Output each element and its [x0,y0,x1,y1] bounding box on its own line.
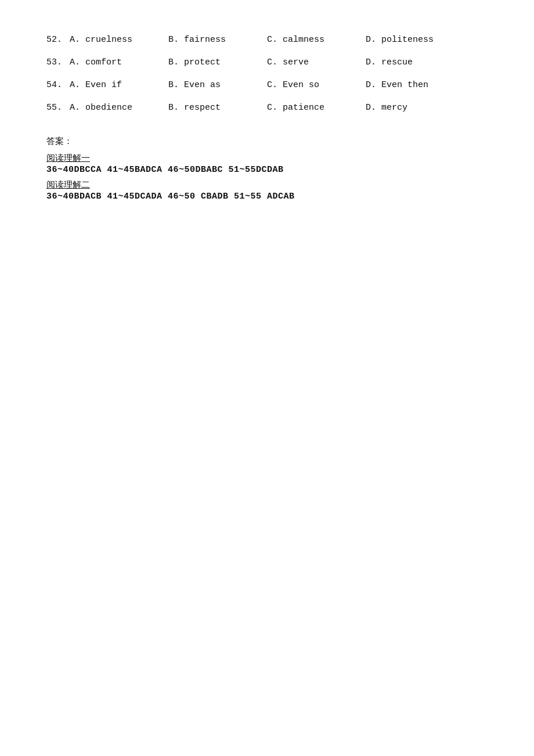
answers-label: 答案： [46,136,488,147]
option-52b: B. fairness [168,35,267,45]
option-52d: D. politeness [366,35,464,45]
option-54d: D. Even then [366,80,464,90]
option-55d: D. mercy [366,103,464,113]
option-52a: A. cruelness [70,35,168,45]
question-number-53: 53. [46,57,70,67]
option-55c: C. patience [267,103,366,113]
option-54a: A. Even if [70,80,168,90]
question-row-55: 55. A. obedience B. respect C. patience … [46,103,488,113]
reading1-section: 阅读理解一 36~40DBCCA 41~45BADCA 46~50DBABC 5… [46,153,488,175]
reading1-answers: 36~40DBCCA 41~45BADCA 46~50DBABC 51~55DC… [46,165,488,175]
question-row-54: 54. A. Even if B. Even as C. Even so D. … [46,80,488,90]
questions-section: 52. A. cruelness B. fairness C. calmness… [46,35,488,113]
question-row-52: 52. A. cruelness B. fairness C. calmness… [46,35,488,45]
answers-section: 答案： 阅读理解一 36~40DBCCA 41~45BADCA 46~50DBA… [46,136,488,201]
option-53c: C. serve [267,57,366,67]
question-number-55: 55. [46,103,70,113]
question-row-53: 53. A. comfort B. protect C. serve D. re… [46,57,488,67]
question-number-52: 52. [46,35,70,45]
option-52c: C. calmness [267,35,366,45]
option-53b: B. protect [168,57,267,67]
reading2-answers: 36~40BDACB 41~45DCADA 46~50 CBADB 51~55 … [46,192,488,201]
reading1-label: 阅读理解一 [46,153,488,164]
option-55a: A. obedience [70,103,168,113]
reading2-section: 阅读理解二 36~40BDACB 41~45DCADA 46~50 CBADB … [46,179,488,201]
option-54b: B. Even as [168,80,267,90]
reading2-label: 阅读理解二 [46,179,488,190]
option-55b: B. respect [168,103,267,113]
option-53a: A. comfort [70,57,168,67]
option-53d: D. rescue [366,57,464,67]
question-number-54: 54. [46,80,70,90]
option-54c: C. Even so [267,80,366,90]
